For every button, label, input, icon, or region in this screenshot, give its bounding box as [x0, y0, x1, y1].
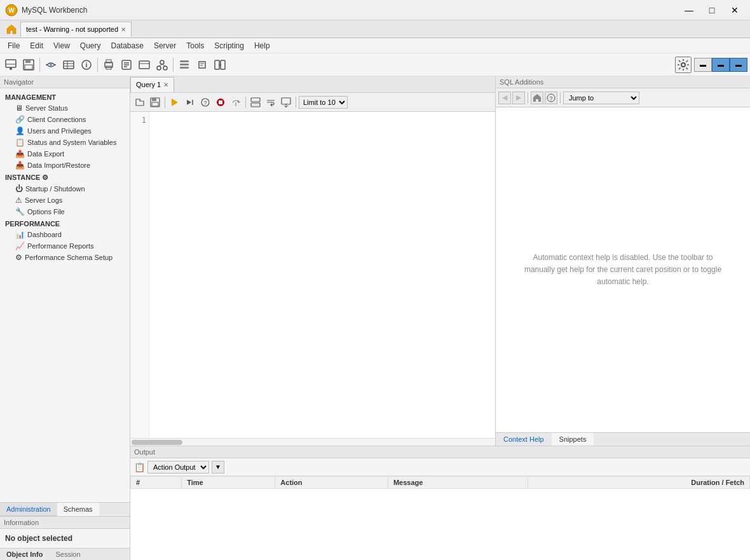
info-button[interactable]: i: [78, 57, 95, 73]
svg-rect-52: [251, 103, 260, 107]
nav-performance-schema[interactable]: ⚙ Performance Schema Setup: [0, 252, 130, 263]
query-toolbar-sep-1: [165, 97, 165, 108]
export-result-button[interactable]: [279, 95, 293, 109]
query-tab-close-icon[interactable]: ✕: [163, 81, 168, 88]
action-output-dropdown-button[interactable]: ▼: [212, 461, 224, 474]
nav-performance-reports[interactable]: 📈 Performance Reports: [0, 240, 130, 252]
context-help-tab[interactable]: Context Help: [496, 433, 552, 446]
print-button[interactable]: [100, 57, 117, 73]
editor-scrollbar[interactable]: [130, 438, 495, 446]
session-tab[interactable]: Session: [49, 549, 86, 560]
snippets-tab[interactable]: Snippets: [552, 433, 594, 446]
nav-startup-label: Startup / Shutdown: [25, 185, 85, 193]
schemas-tab[interactable]: Schemas: [57, 503, 99, 516]
info-section: Information: [0, 516, 130, 529]
nav-server-status[interactable]: 🖥 Server Status: [0, 102, 130, 114]
users-icon: 👤: [15, 126, 25, 135]
sql-forward-button[interactable]: ▶: [512, 92, 525, 104]
migration-button[interactable]: [212, 57, 228, 73]
execute-button[interactable]: [168, 95, 182, 109]
result-button[interactable]: [136, 57, 153, 73]
col-duration: Duration / Fetch: [528, 477, 749, 489]
nav-status-variables[interactable]: 📋 Status and System Variables: [0, 137, 130, 148]
limit-select[interactable]: Limit to 10: [299, 96, 348, 109]
nav-startup-shutdown[interactable]: ⏻ Startup / Shutdown: [0, 183, 130, 195]
svg-point-27: [157, 66, 161, 70]
menu-file[interactable]: File: [3, 40, 25, 51]
open-file-button[interactable]: [133, 95, 147, 109]
svg-point-28: [163, 66, 167, 70]
snippet-button[interactable]: [194, 57, 210, 73]
nav-users-privileges[interactable]: 👤 Users and Privileges: [0, 125, 130, 137]
toggle-result-button[interactable]: [249, 95, 262, 109]
home-tab[interactable]: [3, 22, 20, 37]
menu-query[interactable]: Query: [75, 40, 106, 51]
minimize-button[interactable]: —: [679, 4, 699, 17]
object-tabs: Object Info Session: [0, 548, 130, 560]
view-btn-2[interactable]: ▬: [712, 58, 730, 72]
history-button[interactable]: [176, 57, 193, 73]
status-variables-icon: 📋: [15, 138, 25, 147]
object-info-tab[interactable]: Object Info: [0, 549, 49, 560]
svg-marker-49: [238, 100, 240, 103]
query-tab-label: Query 1: [136, 81, 161, 88]
menu-server[interactable]: Server: [149, 40, 181, 51]
svg-rect-48: [219, 100, 222, 104]
nav-data-import[interactable]: 📥 Data Import/Restore: [0, 160, 130, 171]
action-output-select[interactable]: Action Output: [147, 461, 209, 474]
menu-scripting[interactable]: Scripting: [209, 40, 249, 51]
maximize-button[interactable]: □: [702, 4, 722, 17]
svg-rect-40: [152, 98, 156, 101]
new-connection-button[interactable]: [3, 57, 19, 73]
nav-server-logs[interactable]: ⚠ Server Logs: [0, 195, 130, 206]
sql-help-button[interactable]: ?: [545, 92, 557, 104]
query-options-button[interactable]: [118, 57, 135, 73]
performance-section-title: PERFORMANCE: [0, 217, 130, 229]
query-tab-1[interactable]: Query 1 ✕: [130, 77, 174, 92]
col-time: Time: [182, 477, 275, 489]
server-logs-icon: ⚠: [15, 196, 22, 205]
explain-button[interactable]: ?: [198, 95, 212, 109]
reconnect-button[interactable]: [229, 95, 243, 109]
jump-to-select[interactable]: Jump to: [563, 92, 639, 104]
menu-edit[interactable]: Edit: [25, 40, 48, 51]
nav-options-file[interactable]: 🔧 Options File: [0, 206, 130, 217]
edit-table-button[interactable]: [60, 57, 77, 73]
sql-back-button[interactable]: ◀: [498, 92, 511, 104]
scrollbar-thumb[interactable]: [132, 440, 182, 445]
schema-button[interactable]: [154, 57, 170, 73]
close-button[interactable]: ✕: [725, 4, 745, 17]
menu-help[interactable]: Help: [249, 40, 275, 51]
nav-performance-schema-label: Performance Schema Setup: [25, 254, 112, 261]
nav-client-connections[interactable]: 🔗 Client Connections: [0, 114, 130, 125]
sql-editor[interactable]: [149, 112, 495, 438]
menu-database[interactable]: Database: [106, 40, 149, 51]
wrap-button[interactable]: [264, 95, 278, 109]
save-query-button[interactable]: [148, 95, 162, 109]
svg-rect-53: [282, 98, 290, 104]
svg-rect-51: [251, 98, 260, 102]
client-connections-icon: 🔗: [15, 115, 25, 124]
tab-close-icon[interactable]: ✕: [121, 26, 126, 33]
sql-additions-content: Automatic context help is disabled. Use …: [496, 107, 750, 432]
menu-tools[interactable]: Tools: [181, 40, 209, 51]
view-btn-1[interactable]: ▬: [694, 58, 712, 72]
menu-view[interactable]: View: [48, 40, 75, 51]
connection-tab[interactable]: test - Warning - not supported ✕: [20, 22, 132, 37]
svg-point-8: [50, 64, 52, 66]
save-button[interactable]: [20, 57, 37, 73]
execute-selection-button[interactable]: [183, 95, 197, 109]
nav-performance-reports-label: Performance Reports: [27, 242, 94, 250]
settings-button[interactable]: [675, 57, 692, 73]
toolbar-separator-1: [39, 58, 40, 72]
administration-tab[interactable]: Administration: [0, 503, 57, 516]
nav-data-export[interactable]: 📤 Data Export: [0, 148, 130, 160]
instance-section-title: INSTANCE ⚙: [0, 171, 130, 183]
view-btn-3[interactable]: ▬: [730, 58, 747, 72]
connect-button[interactable]: [43, 57, 59, 73]
editor-content: 1: [130, 112, 495, 438]
main-toolbar: i ▬ ▬ ▬: [0, 53, 750, 76]
nav-dashboard[interactable]: 📊 Dashboard: [0, 229, 130, 240]
sql-home-button[interactable]: [531, 92, 543, 104]
stop-button[interactable]: [214, 95, 228, 109]
